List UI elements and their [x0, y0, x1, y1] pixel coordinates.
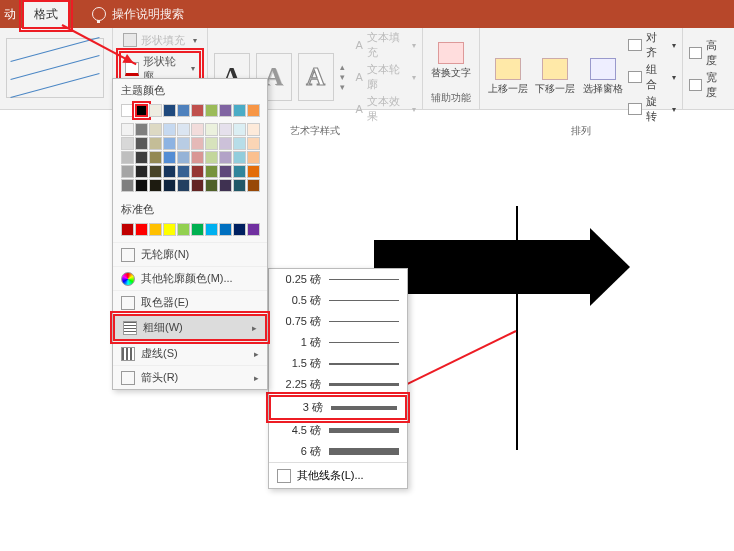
color-swatch[interactable]: [219, 151, 232, 164]
color-swatch[interactable]: [135, 123, 148, 136]
alt-text-button[interactable]: 替换文字: [429, 42, 473, 80]
color-swatch[interactable]: [121, 223, 134, 236]
color-swatch[interactable]: [163, 151, 176, 164]
height-field[interactable]: 高度: [689, 38, 728, 68]
weight-option[interactable]: 0.5 磅: [269, 290, 407, 311]
weight-option[interactable]: 0.25 磅: [269, 269, 407, 290]
color-swatch[interactable]: [121, 179, 134, 192]
weight-option[interactable]: 0.75 磅: [269, 311, 407, 332]
color-swatch[interactable]: [233, 165, 246, 178]
color-swatch[interactable]: [205, 123, 218, 136]
color-swatch[interactable]: [247, 137, 260, 150]
bring-forward-button[interactable]: 上移一层: [486, 58, 529, 96]
color-swatch[interactable]: [121, 165, 134, 178]
color-swatch[interactable]: [163, 179, 176, 192]
color-swatch[interactable]: [149, 179, 162, 192]
color-swatch[interactable]: [205, 104, 218, 117]
more-lines-item[interactable]: 其他线条(L)...: [269, 462, 407, 488]
weight-option[interactable]: 1 磅: [269, 332, 407, 353]
color-swatch[interactable]: [149, 123, 162, 136]
weight-option[interactable]: 2.25 磅: [269, 374, 407, 395]
color-swatch[interactable]: [135, 104, 148, 117]
color-swatch[interactable]: [191, 104, 204, 117]
color-swatch[interactable]: [219, 223, 232, 236]
color-swatch[interactable]: [149, 165, 162, 178]
weight-option[interactable]: 1.5 磅: [269, 353, 407, 374]
eyedropper-item[interactable]: 取色器(E): [113, 290, 267, 314]
color-swatch[interactable]: [177, 165, 190, 178]
color-swatch[interactable]: [233, 137, 246, 150]
more-colors-item[interactable]: 其他轮廓颜色(M)...: [113, 266, 267, 290]
color-swatch[interactable]: [247, 165, 260, 178]
arrow-shape[interactable]: [374, 228, 644, 306]
text-effects-button[interactable]: A文本效果▾: [356, 94, 417, 124]
color-swatch[interactable]: [149, 151, 162, 164]
color-swatch[interactable]: [219, 123, 232, 136]
color-swatch[interactable]: [219, 179, 232, 192]
shape-fill-button[interactable]: 形状填充 ▾: [119, 32, 201, 49]
no-outline-item[interactable]: 无轮廓(N): [113, 242, 267, 266]
color-swatch[interactable]: [135, 165, 148, 178]
arrows-item[interactable]: 箭头(R) ▸: [113, 365, 267, 389]
align-button[interactable]: 对齐▾: [628, 30, 675, 60]
color-swatch[interactable]: [177, 151, 190, 164]
color-swatch[interactable]: [191, 123, 204, 136]
color-swatch[interactable]: [191, 223, 204, 236]
color-swatch[interactable]: [121, 137, 134, 150]
color-swatch[interactable]: [247, 223, 260, 236]
group-button[interactable]: 组合▾: [628, 62, 675, 92]
selection-pane-button[interactable]: 选择窗格: [581, 58, 624, 96]
color-swatch[interactable]: [149, 223, 162, 236]
weight-option[interactable]: 3 磅: [269, 395, 407, 420]
color-swatch[interactable]: [233, 179, 246, 192]
color-swatch[interactable]: [149, 104, 162, 117]
color-swatch[interactable]: [163, 137, 176, 150]
color-swatch[interactable]: [233, 151, 246, 164]
color-swatch[interactable]: [177, 123, 190, 136]
color-swatch[interactable]: [163, 123, 176, 136]
color-swatch[interactable]: [233, 123, 246, 136]
color-swatch[interactable]: [121, 123, 134, 136]
color-swatch[interactable]: [205, 151, 218, 164]
color-swatch[interactable]: [135, 223, 148, 236]
color-swatch[interactable]: [219, 165, 232, 178]
color-swatch[interactable]: [219, 104, 232, 117]
color-swatch[interactable]: [177, 223, 190, 236]
shape-style-gallery[interactable]: [6, 38, 104, 98]
rotate-button[interactable]: 旋转▾: [628, 94, 675, 124]
color-swatch[interactable]: [163, 104, 176, 117]
color-swatch[interactable]: [205, 165, 218, 178]
width-field[interactable]: 宽度: [689, 70, 728, 100]
color-swatch[interactable]: [135, 179, 148, 192]
vertical-line-shape[interactable]: [516, 206, 518, 450]
color-swatch[interactable]: [191, 151, 204, 164]
weight-item[interactable]: 粗细(W) ▸: [113, 314, 267, 341]
color-swatch[interactable]: [233, 104, 246, 117]
color-swatch[interactable]: [149, 137, 162, 150]
color-swatch[interactable]: [163, 223, 176, 236]
color-swatch[interactable]: [205, 223, 218, 236]
color-swatch[interactable]: [177, 104, 190, 117]
weight-option[interactable]: 6 磅: [269, 441, 407, 462]
text-fill-button[interactable]: A文本填充▾: [356, 30, 417, 60]
color-swatch[interactable]: [177, 179, 190, 192]
prev-tab-fragment[interactable]: 动: [0, 0, 20, 28]
color-swatch[interactable]: [135, 137, 148, 150]
color-swatch[interactable]: [177, 137, 190, 150]
color-swatch[interactable]: [247, 104, 260, 117]
color-swatch[interactable]: [191, 137, 204, 150]
color-swatch[interactable]: [191, 165, 204, 178]
text-outline-button[interactable]: A文本轮廓▾: [356, 62, 417, 92]
tell-me[interactable]: 操作说明搜索: [92, 6, 184, 23]
color-swatch[interactable]: [247, 123, 260, 136]
color-swatch[interactable]: [191, 179, 204, 192]
weight-option[interactable]: 4.5 磅: [269, 420, 407, 441]
color-swatch[interactable]: [247, 151, 260, 164]
dashes-item[interactable]: 虚线(S) ▸: [113, 341, 267, 365]
color-swatch[interactable]: [121, 104, 134, 117]
color-swatch[interactable]: [135, 151, 148, 164]
color-swatch[interactable]: [121, 151, 134, 164]
color-swatch[interactable]: [219, 137, 232, 150]
color-swatch[interactable]: [205, 137, 218, 150]
send-backward-button[interactable]: 下移一层: [534, 58, 577, 96]
